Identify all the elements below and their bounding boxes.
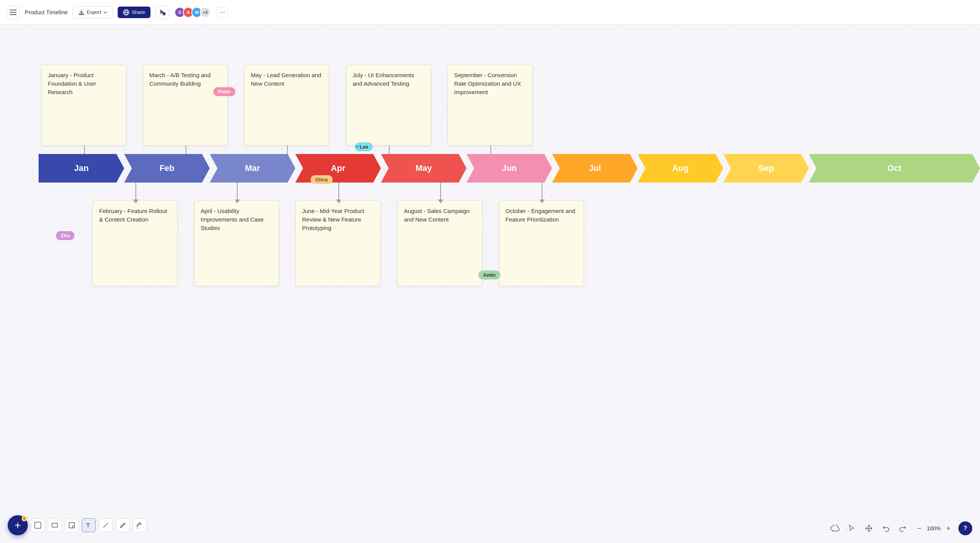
zoom-out-button[interactable]: − xyxy=(914,523,924,534)
user-tag-olina[interactable]: Olina xyxy=(311,175,333,184)
card-may-text: May - Lead Generation and New Content xyxy=(251,72,321,87)
card-july-text: July - UI Enhancements and Advanced Test… xyxy=(353,72,414,87)
connector-apr-up xyxy=(237,183,238,200)
card-may[interactable]: May - Lead Generation and New Content xyxy=(244,64,329,145)
tool-sticky-button[interactable] xyxy=(65,518,79,532)
arrow-jun xyxy=(336,200,341,203)
svg-rect-8 xyxy=(35,522,41,528)
bottom-right-toolbar: − 100% + ? xyxy=(829,521,972,535)
cursor-mode-button[interactable]: + xyxy=(155,5,169,19)
bottom-left-toolbar: + ✦ T xyxy=(8,515,147,535)
svg-rect-0 xyxy=(10,10,17,10)
app-title: Product Timeline xyxy=(25,9,68,15)
hamburger-button[interactable] xyxy=(6,5,20,19)
hamburger-icon xyxy=(10,10,17,15)
timeline-jul: Jul xyxy=(552,154,638,183)
timeline-jun: Jun xyxy=(466,154,552,183)
user-tag-zhu-group: Zhu xyxy=(56,232,62,239)
user-tag-amin[interactable]: Amin xyxy=(478,271,500,279)
text-icon: T xyxy=(85,522,92,529)
export-button[interactable]: Export xyxy=(73,6,113,19)
arrow-feb xyxy=(133,200,139,203)
tool-pen-button[interactable] xyxy=(116,518,130,532)
globe-icon xyxy=(123,9,129,15)
line-icon xyxy=(102,522,109,529)
canvas-area[interactable]: January - Product Foundation & User Rese… xyxy=(0,25,980,543)
undo-icon[interactable] xyxy=(880,522,892,535)
tool-marker-button[interactable] xyxy=(133,518,147,532)
arrow-oct xyxy=(539,200,545,203)
frame-icon xyxy=(34,522,41,529)
user-tag-zhu[interactable]: Zhu xyxy=(56,231,74,240)
more-options-button[interactable]: ··· xyxy=(217,7,228,18)
card-march-text: March - A/B Testing and Community Buildi… xyxy=(149,72,211,87)
svg-rect-9 xyxy=(52,523,57,527)
main-toolbar: Product Timeline Export Share + S A M +3… xyxy=(0,0,980,25)
card-january-text: January - Product Foundation & User Rese… xyxy=(48,72,96,95)
card-january[interactable]: January - Product Foundation & User Rese… xyxy=(41,64,126,145)
svg-text:T: T xyxy=(86,522,90,528)
zoom-level: 100% xyxy=(927,525,941,531)
card-august-text: August - Sales Campaign and New Content xyxy=(404,208,470,223)
connector-aug-up xyxy=(440,183,441,200)
connector-feb-up xyxy=(135,183,136,200)
user-tag-peter[interactable]: Peter xyxy=(213,87,235,96)
timeline-may: May xyxy=(381,154,466,183)
connector-jun-up xyxy=(338,183,339,200)
card-february[interactable]: February - Feature Rollout & Content Cre… xyxy=(93,200,177,286)
timeline-mar: Mar xyxy=(210,154,296,183)
arrow-aug xyxy=(438,200,443,203)
redo-icon[interactable] xyxy=(897,522,909,535)
timeline-apr: Apr xyxy=(295,154,381,183)
card-april-text: April - Usability Improvements and Case … xyxy=(201,208,264,231)
chevron-down-icon xyxy=(103,11,107,14)
add-button-badge: ✦ xyxy=(22,516,27,521)
tool-shape-button[interactable] xyxy=(48,518,62,532)
card-february-text: February - Feature Rollout & Content Cre… xyxy=(99,208,167,223)
card-september[interactable]: September - Conversion Rate Optimization… xyxy=(448,64,532,145)
export-icon xyxy=(78,9,84,15)
timeline-aug: Aug xyxy=(638,154,723,183)
rectangle-icon xyxy=(51,522,58,529)
card-march[interactable]: March - A/B Testing and Community Buildi… xyxy=(143,64,228,145)
tool-frame-button[interactable] xyxy=(31,518,45,532)
card-june[interactable]: June - Mid-Year Product Review & New Fea… xyxy=(296,200,380,286)
help-button[interactable]: ? xyxy=(958,521,972,535)
tool-line-button[interactable] xyxy=(99,518,113,532)
timeline-feb: Feb xyxy=(124,154,210,183)
avatar-more[interactable]: +3 xyxy=(200,7,211,18)
add-button[interactable]: + ✦ xyxy=(8,515,28,535)
card-october-text: October - Engagement and Feature Priorit… xyxy=(505,208,575,223)
card-july[interactable]: July - UI Enhancements and Advanced Test… xyxy=(346,64,431,145)
card-september-text: September - Conversion Rate Optimization… xyxy=(454,72,521,95)
user-tag-amin-group: Amin xyxy=(478,272,485,278)
timeline-oct: Oct xyxy=(809,154,980,183)
sticky-note-icon xyxy=(68,522,75,529)
pen-icon xyxy=(119,522,126,529)
tool-text-button[interactable]: T xyxy=(82,518,96,532)
cloud-icon[interactable] xyxy=(829,522,841,535)
share-button[interactable]: Share xyxy=(118,7,150,18)
zoom-control: − 100% + xyxy=(914,523,954,534)
svg-text:+: + xyxy=(163,13,165,15)
card-april[interactable]: April - Usability Improvements and Case … xyxy=(194,200,279,286)
cursor-tool-icon[interactable] xyxy=(846,522,858,535)
timeline-jan: Jan xyxy=(39,154,124,183)
arrow-apr xyxy=(235,200,240,203)
svg-line-11 xyxy=(103,523,108,528)
svg-rect-2 xyxy=(10,14,17,15)
timeline-strip: Jan Feb Mar Apr May Jun Jul Aug Sep Oct xyxy=(39,154,980,183)
card-june-text: June - Mid-Year Product Review & New Fea… xyxy=(302,208,364,231)
card-october[interactable]: October - Engagement and Feature Priorit… xyxy=(499,200,584,286)
user-tag-lee-group: Lee xyxy=(355,144,361,150)
move-icon[interactable] xyxy=(863,522,875,535)
connector-oct-up xyxy=(542,183,542,200)
card-august[interactable]: August - Sales Campaign and New Content xyxy=(397,200,482,286)
svg-rect-1 xyxy=(10,12,17,13)
timeline-sep: Sep xyxy=(723,154,809,183)
user-tag-peter-group: Peter xyxy=(213,88,220,95)
collaborator-avatars: S A M +3 xyxy=(177,7,211,18)
zoom-in-button[interactable]: + xyxy=(943,523,954,534)
cursor-icon: + xyxy=(158,8,166,16)
marker-icon xyxy=(136,522,143,529)
